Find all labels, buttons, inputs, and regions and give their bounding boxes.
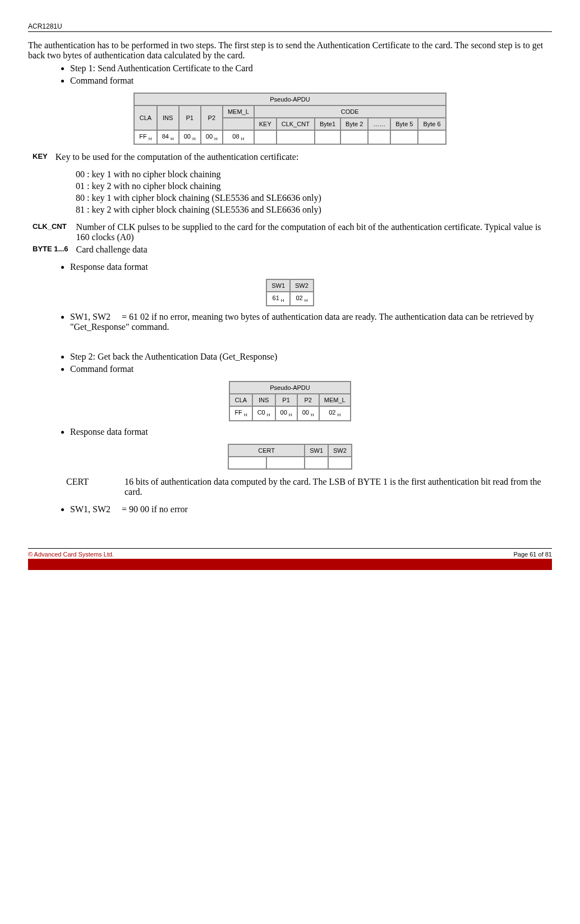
t1-clk: CLK_CNT bbox=[277, 118, 315, 130]
t1-r-meml: 08 H bbox=[223, 130, 254, 144]
t1-dots: …… bbox=[368, 118, 390, 130]
bullet-step1: Step 1: Send Authentication Certificate … bbox=[70, 63, 552, 73]
step2-bullets: Step 2: Get back the Authentication Data… bbox=[48, 352, 552, 374]
key-81: 81 : key 2 with cipher block chaining (S… bbox=[76, 205, 552, 215]
def-key-label: KEY bbox=[29, 151, 51, 163]
sw-line2: SW1, SW2 = 90 00 if no error bbox=[70, 504, 552, 514]
t1-cla: CLA bbox=[134, 105, 156, 130]
t1-code: CODE bbox=[254, 105, 446, 118]
t2-v2: 02 H bbox=[290, 292, 314, 306]
t1-e2 bbox=[277, 130, 315, 144]
t3-p1: P1 bbox=[275, 394, 297, 406]
def-clk-label: CLK_CNT bbox=[29, 222, 72, 243]
t1-key: KEY bbox=[254, 118, 277, 130]
t1-b1: Byte1 bbox=[315, 118, 340, 130]
bullet-step2: Step 2: Get back the Authentication Data… bbox=[70, 352, 552, 362]
t2-sw1: SW1 bbox=[266, 279, 290, 292]
t1-e1 bbox=[254, 130, 277, 144]
t3-r-meml: 02 H bbox=[319, 406, 351, 420]
t1-meml: MEM_L bbox=[223, 105, 254, 118]
t1-p2: P2 bbox=[201, 105, 223, 130]
t4-sw1: SW1 bbox=[305, 444, 328, 457]
t1-b5: Byte 5 bbox=[390, 118, 418, 130]
t4-e3 bbox=[305, 457, 328, 469]
definitions: KEY Key to be used for the computation o… bbox=[28, 150, 303, 164]
t1-r-cla: FF H bbox=[134, 130, 156, 144]
def-byte-desc: Card challenge data bbox=[73, 244, 551, 255]
t3-p2: P2 bbox=[297, 394, 319, 406]
bullet-resp-format: Response data format bbox=[70, 262, 552, 272]
page-footer: © Advanced Card Systems Ltd. Page 61 of … bbox=[28, 548, 552, 558]
t3-caption: Pseudo-APDU bbox=[229, 381, 350, 394]
t1-e4 bbox=[340, 130, 368, 144]
bullet-cmd-format: Command format bbox=[70, 76, 552, 86]
cert-label: CERT bbox=[63, 476, 120, 498]
t1-r-p1: 00 H bbox=[179, 130, 201, 144]
t2-sw2: SW2 bbox=[290, 279, 314, 292]
t3-r-cla: FF H bbox=[229, 406, 252, 420]
t1-e7 bbox=[418, 130, 445, 144]
t1-e3 bbox=[315, 130, 340, 144]
t3-ins: INS bbox=[252, 394, 275, 406]
cert-desc: 16 bits of authentication data computed … bbox=[121, 476, 551, 498]
t1-b6: Byte 6 bbox=[418, 118, 445, 130]
bullet-resp-format2: Response data format bbox=[70, 427, 552, 437]
resp-bullets2: Response data format bbox=[48, 427, 552, 437]
t1-caption: Pseudo-APDU bbox=[134, 93, 445, 105]
footer-right: Page 61 of 81 bbox=[513, 551, 552, 558]
definitions2: CLK_CNT Number of CLK pulses to be suppl… bbox=[28, 220, 552, 256]
t1-e6 bbox=[390, 130, 418, 144]
t1-r-p2: 00 H bbox=[201, 130, 223, 144]
key-01: 01 : key 2 with no cipher block chaining bbox=[76, 181, 552, 191]
t4-e2 bbox=[266, 457, 305, 469]
sw-line: SW1, SW2 = 61 02 if no error, meaning tw… bbox=[70, 312, 552, 332]
header-title: ACR1281U bbox=[28, 22, 62, 30]
bullet-cmd-format2: Command format bbox=[70, 364, 552, 374]
t4-cert: CERT bbox=[228, 444, 305, 457]
t3-cla: CLA bbox=[229, 394, 252, 406]
t4-e1 bbox=[228, 457, 266, 469]
t3-r-p1: 00 H bbox=[275, 406, 297, 420]
resp-bullets: Response data format bbox=[48, 262, 552, 272]
footer-left: © Advanced Card Systems Ltd. bbox=[28, 551, 114, 558]
key-00: 00 : key 1 with no cipher block chaining bbox=[76, 169, 552, 180]
def-clk-desc: Number of CLK pulses to be supplied to t… bbox=[73, 222, 551, 243]
t3-r-ins: C0 H bbox=[252, 406, 275, 420]
cert-def: CERT 16 bits of authentication data comp… bbox=[62, 475, 552, 499]
step1-bullets: Step 1: Send Authentication Certificate … bbox=[48, 63, 552, 86]
t4-sw2: SW2 bbox=[328, 444, 352, 457]
t1-ins: INS bbox=[157, 105, 179, 130]
page-header: ACR1281U bbox=[28, 22, 552, 32]
table-step1-apdu: Pseudo-APDU CLA INS P1 P2 MEM_L CODE KEY… bbox=[134, 93, 446, 145]
table-step2-apdu: Pseudo-APDU CLA INS P1 P2 MEM_L FF H C0 … bbox=[229, 381, 351, 421]
table-cert: CERT SW1 SW2 bbox=[228, 444, 352, 470]
t1-r-ins: 84 H bbox=[157, 130, 179, 144]
t1-p1: P1 bbox=[179, 105, 201, 130]
sw-note: SW1, SW2 = 61 02 if no error, meaning tw… bbox=[48, 312, 552, 332]
t4-e4 bbox=[328, 457, 352, 469]
t2-v1: 61 H bbox=[266, 292, 290, 306]
def-byte-label: BYTE 1...6 bbox=[29, 244, 72, 255]
t3-meml: MEM_L bbox=[319, 394, 351, 406]
key-options: 00 : key 1 with no cipher block chaining… bbox=[76, 169, 552, 215]
table-sw: SW1 SW2 61 H 02 H bbox=[266, 279, 314, 306]
sw-note2: SW1, SW2 = 90 00 if no error bbox=[48, 504, 552, 514]
intro-paragraph: The authentication has to be performed i… bbox=[28, 40, 552, 61]
def-key-desc: Key to be used for the computation of th… bbox=[52, 151, 302, 163]
t3-r-p2: 00 H bbox=[297, 406, 319, 420]
key-80: 80 : key 1 with cipher block chaining (S… bbox=[76, 193, 552, 203]
t1-e5 bbox=[368, 130, 390, 144]
t1-b2: Byte 2 bbox=[340, 118, 368, 130]
t1-blank bbox=[223, 118, 254, 130]
footer-redbar bbox=[28, 559, 552, 570]
